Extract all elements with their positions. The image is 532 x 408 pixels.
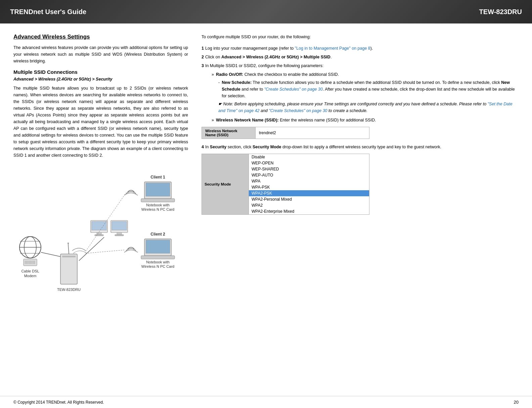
- svg-rect-25: [92, 221, 106, 230]
- note-scheduling: ☛ Note: Before applying scheduling, plea…: [218, 101, 519, 114]
- bullet-ssid-marker: »: [212, 117, 214, 123]
- network-diagram: Cable DSL Modem TEW-823DRU LAN A: [13, 163, 188, 304]
- svg-rect-18: [62, 256, 76, 257]
- page-content: Advanced Wireless Settings The advanced …: [0, 23, 532, 311]
- step-3-num: 3: [202, 62, 204, 69]
- section-body: The advanced wireless features provide c…: [13, 44, 188, 64]
- step-4: 4 In Security section, click Security Mo…: [202, 144, 519, 150]
- section-title: Advanced Wireless Settings: [13, 34, 188, 40]
- ssid-label: Wireless NetworkName (SSID): [202, 127, 256, 139]
- security-option-wep-auto[interactable]: WEP-AUTO: [249, 172, 369, 178]
- footer-copyright: © Copyright 2014 TRENDnet. All Rights Re…: [13, 400, 104, 405]
- svg-point-20: [68, 243, 69, 244]
- step-1: 1 Log into your router management page (…: [202, 45, 519, 52]
- security-option-wpa2-psk[interactable]: WPA2-PSK: [249, 190, 369, 196]
- diagram-svg: Cable DSL Modem TEW-823DRU LAN A: [13, 163, 188, 304]
- svg-text:Notebook with: Notebook with: [146, 260, 170, 264]
- step-1-num: 1: [202, 45, 204, 52]
- step-2-text: Click on Advanced > Wireless (2.4GHz or …: [205, 54, 331, 60]
- svg-rect-41: [141, 256, 175, 259]
- step-2-num: 2: [202, 54, 204, 60]
- svg-line-45: [86, 250, 124, 253]
- bullet-ssid: » Wireless Network Name (SSID): Enter th…: [212, 117, 519, 123]
- svg-rect-5: [24, 259, 37, 266]
- svg-text:Wireless N PC Card: Wireless N PC Card: [141, 264, 174, 268]
- security-options-cell: Disable WEP-OPEN WEP-SHARED WEP-AUTO WPA…: [249, 154, 369, 215]
- svg-rect-27: [95, 235, 103, 236]
- step-4-text: In Security section, click Security Mode…: [205, 144, 441, 150]
- bullet-radio-onoff: » Radio On/Off: Check the checkbox to en…: [212, 71, 519, 78]
- svg-rect-17: [60, 254, 77, 284]
- svg-text:TEW-823DRU: TEW-823DRU: [57, 288, 81, 292]
- security-option-wpa-psk[interactable]: WPA-PSK: [249, 184, 369, 190]
- footer: © Copyright 2014 TRENDnet. All Rights Re…: [0, 396, 532, 408]
- svg-rect-26: [97, 233, 101, 235]
- sub-bullet-schedule: - New Schedule: The schedule function al…: [218, 79, 519, 99]
- svg-text:Wireless N PC Card: Wireless N PC Card: [141, 207, 174, 211]
- svg-rect-31: [115, 235, 124, 236]
- security-option-wpa2[interactable]: WPA2: [249, 202, 369, 208]
- svg-rect-30: [117, 233, 122, 235]
- right-column: To configure multiple SSID on your route…: [202, 34, 519, 304]
- ssid-value-cell[interactable]: [256, 127, 369, 139]
- svg-text:Modem: Modem: [24, 274, 37, 278]
- bullet-radio-text: Radio On/Off: Check the checkbox to enab…: [216, 71, 339, 78]
- header-title: TRENDnet User's Guide: [10, 8, 86, 16]
- left-column: Advanced Wireless Settings The advanced …: [13, 34, 188, 304]
- footer-page: 20: [514, 400, 519, 405]
- header: TRENDnet User's Guide TEW-823DRU: [0, 0, 532, 23]
- ssid-input-field[interactable]: [259, 131, 326, 135]
- svg-text:Client 1: Client 1: [150, 175, 165, 180]
- security-option-wpa[interactable]: WPA: [249, 178, 369, 184]
- svg-rect-34: [146, 183, 170, 196]
- svg-rect-35: [141, 199, 175, 202]
- step-4-num: 4: [202, 144, 204, 150]
- svg-line-19: [68, 244, 69, 254]
- step-3: 3 In Multiple SSID1 or SSID2, configure …: [202, 62, 519, 69]
- security-option-wpa2-enterprise-mixed[interactable]: WPA2-Enterprise Mixed: [249, 208, 369, 214]
- bullet-marker: »: [212, 71, 214, 78]
- svg-text:Notebook with: Notebook with: [146, 203, 170, 207]
- header-model: TEW-823DRU: [479, 8, 522, 16]
- subsection-path: Advanced > Wireless (2.4GHz or 5GHz) > S…: [13, 77, 188, 82]
- sub-bullet-text: New Schedule: The schedule function allo…: [222, 79, 519, 99]
- subsection-body: The multiple SSID feature allows you to …: [13, 85, 188, 159]
- security-option-wep-shared[interactable]: WEP-SHARED: [249, 166, 369, 172]
- ssid-row: Wireless NetworkName (SSID): [202, 127, 369, 139]
- security-option-disable[interactable]: Disable: [249, 154, 369, 160]
- step-1-text: Log into your router management page (re…: [205, 45, 373, 52]
- security-mode-table: Security Mode Disable WEP-OPEN WEP-SHARE…: [202, 154, 369, 215]
- bullet-ssid-text: Wireless Network Name (SSID): Enter the …: [216, 117, 376, 123]
- intro-text: To configure multiple SSID on your route…: [202, 34, 519, 40]
- security-option-wpa2-personal-mixed[interactable]: WPA2-Personal Mixed: [249, 196, 369, 202]
- security-row: Security Mode Disable WEP-OPEN WEP-SHARE…: [202, 154, 369, 215]
- step-3-text: In Multiple SSID1 or SSID2, configure th…: [205, 62, 323, 69]
- svg-text:Cable DSL: Cable DSL: [21, 269, 39, 273]
- security-mode-label: Security Mode: [202, 154, 249, 215]
- svg-rect-40: [146, 240, 170, 253]
- subsection-title: Multiple SSID Connections: [13, 69, 188, 75]
- ssid-input-table: Wireless NetworkName (SSID): [202, 127, 369, 139]
- step-2: 2 Click on Advanced > Wireless (2.4GHz o…: [202, 54, 519, 60]
- dash-marker: -: [218, 79, 220, 99]
- security-option-wep-open[interactable]: WEP-OPEN: [249, 160, 369, 166]
- security-table-wrap: Security Mode Disable WEP-OPEN WEP-SHARE…: [202, 154, 369, 215]
- step-1-link: "Log in to Management Page" on page 8: [295, 46, 370, 51]
- svg-text:Client 2: Client 2: [150, 232, 165, 237]
- svg-rect-29: [112, 221, 127, 230]
